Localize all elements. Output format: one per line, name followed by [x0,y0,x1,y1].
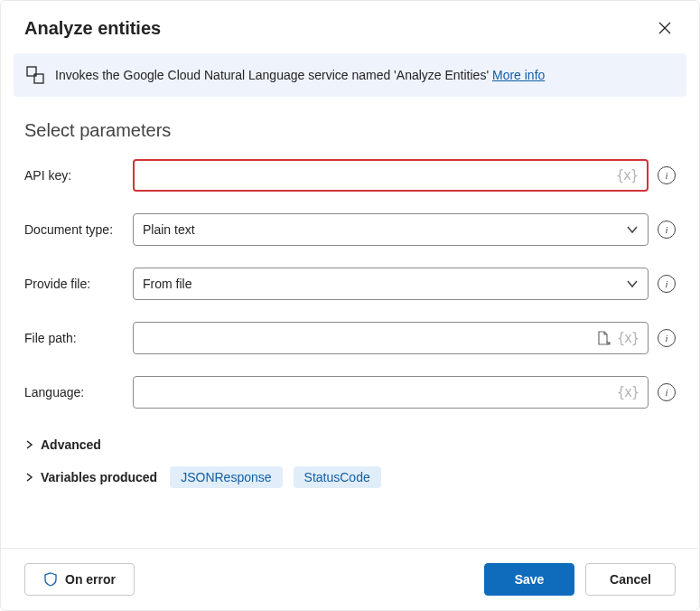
api-key-field[interactable] [144,161,616,190]
action-icon [26,66,44,84]
row-api-key: API key: {x} i [24,159,676,192]
variable-chip[interactable]: JSONResponse [170,466,282,488]
dialog: Analyze entities Invokes the Google Clou… [0,0,700,611]
dialog-header: Analyze entities [1,1,699,53]
save-label: Save [515,572,545,587]
row-document-type: Document type: Plain text i [24,213,676,246]
variables-produced-expander[interactable]: Variables produced JSONResponse StatusCo… [24,459,676,495]
info-button-provide-file[interactable]: i [658,275,676,293]
chevron-down-icon [626,223,639,236]
banner-text: Invokes the Google Cloud Natural Languag… [55,68,674,82]
close-icon [658,21,672,35]
variable-chip[interactable]: StatusCode [294,466,381,488]
variable-icon[interactable]: {x} [617,330,639,346]
section-title: Select parameters [24,120,676,141]
chevron-right-icon [24,473,33,482]
row-provide-file: Provide file: From file i [24,268,676,300]
language-input[interactable]: {x} [133,376,649,409]
on-error-label: On error [65,572,116,587]
row-language: Language: {x} i [24,376,676,409]
chevron-down-icon [626,277,639,290]
advanced-label: Advanced [41,437,101,452]
variable-icon[interactable]: {x} [616,167,638,183]
info-button-file-path[interactable]: i [658,329,676,347]
label-file-path: File path: [24,331,133,345]
more-info-link[interactable]: More info [492,68,545,82]
variable-icon[interactable]: {x} [617,384,639,400]
provide-file-select[interactable]: From file [133,268,649,300]
cancel-button[interactable]: Cancel [585,563,676,596]
variable-chips: JSONResponse StatusCode [170,466,381,488]
document-type-select[interactable]: Plain text [133,213,649,246]
close-button[interactable] [654,17,676,39]
row-file-path: File path: {x} i [24,322,676,354]
api-key-input[interactable]: {x} [133,159,649,192]
label-document-type: Document type: [24,222,133,237]
info-button-api-key[interactable]: i [658,166,676,184]
file-path-input[interactable]: {x} [133,322,649,354]
provide-file-value: From file [143,277,626,291]
on-error-button[interactable]: On error [24,563,135,596]
banner-description: Invokes the Google Cloud Natural Languag… [55,68,489,82]
info-banner: Invokes the Google Cloud Natural Languag… [14,53,686,97]
info-button-document-type[interactable]: i [658,221,676,239]
document-type-value: Plain text [143,222,626,237]
chevron-right-icon [24,440,33,449]
cancel-label: Cancel [610,572,651,587]
variables-produced-label: Variables produced [41,470,157,484]
label-api-key: API key: [24,168,133,183]
label-language: Language: [24,385,133,400]
file-picker-icon[interactable] [595,330,611,346]
save-button[interactable]: Save [484,563,574,596]
language-field[interactable] [143,377,617,408]
shield-icon [43,572,58,587]
dialog-footer: On error Save Cancel [1,548,699,610]
file-path-field[interactable] [143,323,595,353]
label-provide-file: Provide file: [24,277,133,291]
info-button-language[interactable]: i [658,383,676,401]
dialog-title: Analyze entities [24,18,161,39]
advanced-expander[interactable]: Advanced [24,430,676,459]
dialog-body: Select parameters API key: {x} i Documen… [1,104,699,548]
